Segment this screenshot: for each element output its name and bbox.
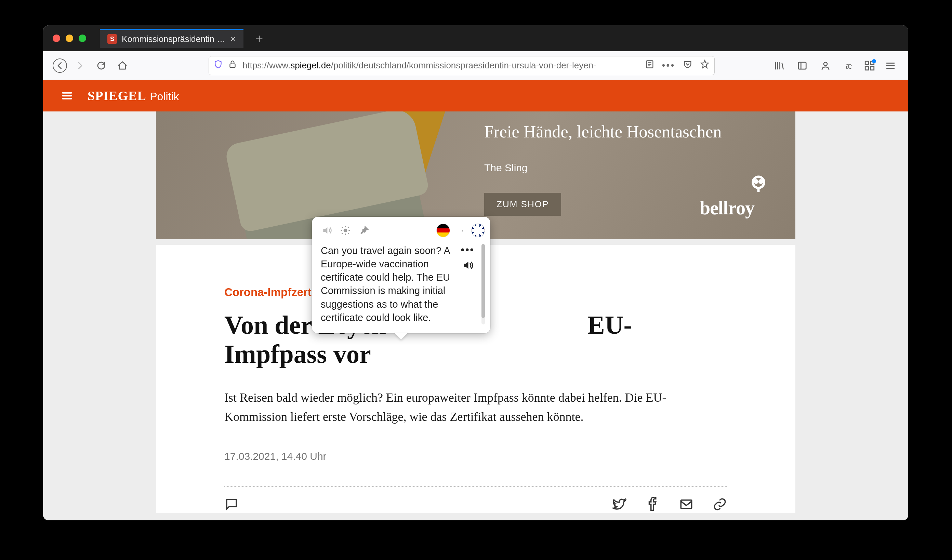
play-audio-icon[interactable]: [462, 259, 474, 273]
site-header: SPIEGEL Politik: [43, 80, 908, 111]
svg-rect-11: [681, 500, 692, 509]
share-row: [224, 497, 727, 513]
svg-rect-2: [799, 62, 806, 69]
reader-mode-icon[interactable]: [645, 60, 654, 71]
email-share-icon[interactable]: [679, 497, 694, 513]
url-path: /politik/deutschland/kommissionspraeside…: [331, 60, 597, 71]
forward-button[interactable]: [72, 57, 88, 74]
target-language-flag-icon[interactable]: [471, 224, 485, 237]
svg-rect-7: [871, 66, 874, 70]
account-icon[interactable]: [817, 57, 834, 74]
popup-pin-icon[interactable]: [358, 224, 370, 237]
page-actions-menu-icon[interactable]: •••: [662, 60, 675, 71]
spiegel-favicon-icon: S: [107, 34, 117, 44]
url-text: https://www.spiegel.de/politik/deutschla…: [243, 60, 640, 71]
copy-link-icon[interactable]: [712, 497, 727, 513]
url-bar[interactable]: https://www.spiegel.de/politik/deutschla…: [209, 56, 715, 75]
divider: [224, 486, 727, 487]
bellroy-owl-icon: [749, 174, 768, 195]
svg-rect-0: [230, 64, 235, 68]
svg-rect-6: [865, 66, 869, 70]
library-icon[interactable]: [771, 57, 787, 74]
ad-subhead: The Sling: [484, 162, 775, 174]
minimize-window-button[interactable]: [66, 34, 73, 42]
url-prefix: https://www.: [243, 60, 290, 71]
site-brand[interactable]: SPIEGEL Politik: [88, 88, 179, 103]
svg-rect-4: [865, 61, 869, 65]
translation-text: Can you travel again soon? A Europe-wide…: [321, 244, 455, 324]
article-date: 17.03.2021, 14.40 Uhr: [224, 450, 727, 462]
svg-point-10: [760, 180, 762, 183]
more-actions-icon[interactable]: •••: [461, 244, 474, 256]
close-tab-button[interactable]: ×: [230, 34, 236, 44]
url-host: spiegel.de: [290, 60, 331, 71]
app-menu-button[interactable]: [882, 57, 899, 74]
reload-button[interactable]: [93, 57, 110, 74]
popup-scrollbar[interactable]: [481, 244, 485, 324]
comments-icon[interactable]: [224, 507, 239, 512]
popup-settings-icon[interactable]: [339, 224, 352, 237]
notification-dot-icon: [872, 59, 876, 63]
lock-icon[interactable]: [228, 60, 237, 71]
popup-speaker-icon[interactable]: [321, 224, 333, 237]
ad-brand-logo: bellroy: [700, 197, 754, 219]
extension-grid-icon[interactable]: [864, 60, 875, 71]
svg-point-9: [755, 180, 757, 183]
close-window-button[interactable]: [53, 34, 60, 42]
back-button[interactable]: [53, 59, 67, 73]
site-menu-button[interactable]: [59, 88, 75, 104]
browser-tab[interactable]: S Kommissionspräsidentin Ursula … ×: [100, 29, 243, 48]
tracking-protection-icon[interactable]: [214, 60, 223, 71]
svg-point-12: [344, 229, 347, 232]
ad-headline: Freie Hände, leichte Hosentaschen: [484, 122, 775, 142]
sidebar-icon[interactable]: [794, 57, 810, 74]
brand-section: Politik: [150, 90, 179, 103]
ad-cta-button[interactable]: ZUM SHOP: [484, 193, 561, 216]
browser-window: S Kommissionspräsidentin Ursula … × ＋: [43, 25, 908, 520]
pocket-icon[interactable]: [683, 60, 692, 71]
extension-ae-icon[interactable]: æ: [841, 57, 857, 74]
new-tab-button[interactable]: ＋: [250, 29, 269, 48]
translation-popup: → Can you travel again soon? A Europe-wi…: [312, 217, 490, 333]
maximize-window-button[interactable]: [79, 34, 86, 42]
tab-bar: S Kommissionspräsidentin Ursula … × ＋: [43, 25, 908, 51]
twitter-share-icon[interactable]: [612, 497, 626, 513]
translation-actions: •••: [461, 244, 474, 324]
bookmark-star-icon[interactable]: [700, 60, 709, 71]
brand-logo: SPIEGEL: [88, 88, 146, 103]
popup-toolbar: →: [321, 224, 485, 237]
source-language-flag-icon[interactable]: [436, 224, 450, 237]
arrow-right-icon: →: [456, 225, 465, 236]
article-lede: Ist Reisen bald wieder möglich? Ein euro…: [224, 389, 717, 427]
window-controls: [53, 34, 86, 42]
facebook-share-icon[interactable]: [646, 497, 660, 513]
tab-title: Kommissionspräsidentin Ursula …: [122, 34, 226, 44]
browser-toolbar: https://www.spiegel.de/politik/deutschla…: [43, 51, 908, 80]
svg-point-3: [824, 62, 827, 66]
home-button[interactable]: [114, 57, 131, 74]
